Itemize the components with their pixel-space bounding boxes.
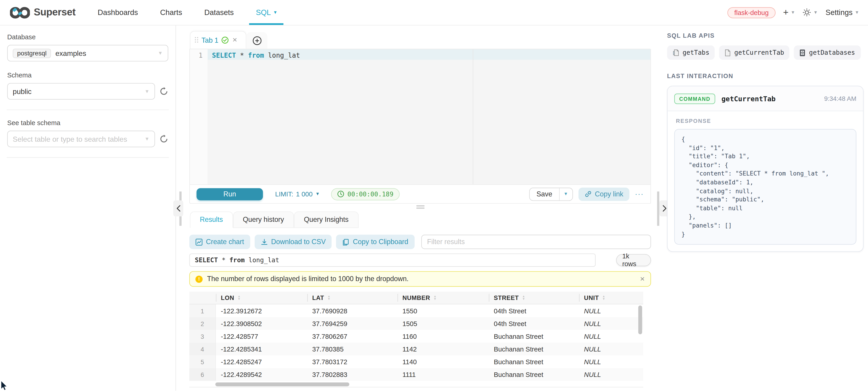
warning-icon: !: [195, 275, 203, 283]
sidebar-divider: [7, 157, 169, 158]
table-schema-label: See table schema: [7, 119, 168, 127]
table-row[interactable]: 2 -122.3908502 37.7694259 1505 04th Stre…: [189, 317, 643, 330]
main-menu: Dashboards Charts Datasets SQL ▼: [98, 0, 278, 25]
get-tabs-button[interactable]: getTabs: [667, 45, 715, 60]
download-csv-button[interactable]: Download to CSV: [255, 235, 332, 249]
nav-datasets[interactable]: Datasets: [204, 8, 234, 17]
table-row[interactable]: 6 -122.4289542 37.7802883 1111 Buchanan …: [189, 368, 643, 381]
vertical-scrollbar-thumb[interactable]: [638, 305, 642, 334]
database-label: Database: [7, 33, 168, 41]
close-icon[interactable]: ✕: [232, 37, 237, 44]
get-databases-button[interactable]: getDatabases: [794, 45, 861, 60]
column-header-unit[interactable]: UNIT▲▼: [579, 292, 643, 304]
collapse-sidebar-button[interactable]: [173, 200, 183, 217]
mouse-cursor: [0, 381, 8, 391]
row-number-header: [189, 292, 216, 304]
top-navbar: Superset Dashboards Charts Datasets SQL …: [0, 0, 868, 26]
schema-select[interactable]: public ▼: [7, 83, 155, 100]
sql-editor-main: Tab 1 ✕ 1: [176, 26, 667, 391]
copy-icon: [342, 238, 349, 246]
api-buttons: getTabs getCurrentTab: [667, 45, 868, 60]
editor-tab-bar: Tab 1 ✕: [190, 31, 267, 49]
tab-query-insights[interactable]: Query Insights: [294, 211, 359, 228]
scrollbar-thumb[interactable]: [215, 382, 349, 386]
copy-to-clipboard-button[interactable]: Copy to Clipboard: [336, 235, 414, 249]
sql-lab-sidebar: Database postgresql examples ▼ Schema pu…: [0, 26, 176, 391]
column-header-lat[interactable]: LAT▲▼: [307, 292, 397, 304]
sun-icon: [803, 8, 811, 17]
sql-lab-screen: Superset Dashboards Charts Datasets SQL …: [0, 0, 868, 391]
pages-icon: [673, 49, 679, 56]
table-row[interactable]: 4 -122.4285341 37.780385 1142 Buchanan S…: [189, 343, 643, 355]
theme-toggle[interactable]: ▼: [803, 8, 818, 17]
nav-sql[interactable]: SQL ▼: [256, 0, 278, 25]
close-icon[interactable]: ✕: [640, 275, 645, 283]
save-options-button[interactable]: ▼: [559, 188, 572, 200]
sort-icon[interactable]: ▲▼: [602, 295, 605, 300]
last-interaction-header: LAST INTERACTION: [667, 72, 868, 79]
panel-scrollbar-thumb[interactable]: [657, 191, 659, 226]
sort-icon[interactable]: ▲▼: [238, 295, 241, 300]
line-number: 1: [190, 49, 208, 60]
nav-dashboards[interactable]: Dashboards: [98, 8, 138, 17]
limit-value: 1 000: [296, 190, 312, 198]
copy-link-button[interactable]: Copy link: [578, 187, 629, 201]
chevron-down-icon: ▼: [158, 51, 163, 56]
database-select[interactable]: postgresql examples ▼: [7, 45, 168, 61]
download-icon: [261, 238, 268, 246]
table-row[interactable]: 3 -122.428577 37.7806267 1160 Buchanan S…: [189, 330, 643, 343]
interaction-card-body: RESPONSE { "id": "1", "title": "Tab 1", …: [668, 111, 863, 251]
save-button[interactable]: Save: [530, 188, 559, 200]
code-editor[interactable]: 1 SELECT * from long_lat: [190, 49, 650, 185]
nav-charts[interactable]: Charts: [160, 8, 182, 17]
brand-name: Superset: [34, 7, 75, 18]
query-timer: 00:00:00.189: [331, 188, 400, 200]
run-button[interactable]: Run: [196, 188, 263, 200]
tab-query-history[interactable]: Query history: [233, 211, 294, 228]
sort-icon[interactable]: ▲▼: [522, 295, 525, 300]
column-header-lon[interactable]: LON▲▼: [216, 292, 307, 304]
superset-logo[interactable]: Superset: [10, 6, 75, 19]
sort-icon[interactable]: ▲▼: [328, 295, 331, 300]
get-current-tab-button[interactable]: getCurrentTab: [719, 45, 789, 60]
command-timestamp: 9:34:48 AM: [824, 95, 857, 102]
link-icon: [584, 191, 592, 198]
tab-results[interactable]: Results: [190, 211, 233, 228]
row-count-badge: 1k rows: [616, 254, 651, 266]
horizontal-scrollbar[interactable]: [189, 382, 643, 387]
interaction-card-header: COMMAND getCurrentTab 9:34:48 AM: [668, 86, 863, 111]
tab-title: Tab 1: [202, 36, 218, 44]
chevron-down-icon: ▼: [145, 89, 149, 94]
sidebar-divider: [7, 110, 169, 110]
more-options-button[interactable]: ···: [635, 190, 644, 198]
caret-down-icon: ▼: [315, 191, 320, 196]
new-item-menu[interactable]: + ▼: [783, 8, 795, 17]
chevron-right-icon: [662, 205, 667, 212]
settings-menu[interactable]: Settings ▼: [826, 8, 859, 17]
filter-results-input[interactable]: [421, 235, 651, 249]
chevron-left-icon: [176, 205, 181, 212]
create-chart-button[interactable]: Create chart: [189, 235, 250, 249]
pane-resize-handle[interactable]: [416, 205, 425, 210]
table-row[interactable]: 5 -122.4285247 37.7803172 1140 Buchanan …: [189, 355, 643, 368]
response-json: { "id": "1", "title": "Tab 1", "editor":…: [682, 135, 849, 239]
column-header-number[interactable]: NUMBER▲▼: [397, 292, 489, 304]
plus-icon: +: [783, 8, 788, 17]
results-table: LON▲▼ LAT▲▼ NUMBER▲▼ STREET▲▼ UNIT▲▼ 1 -…: [189, 292, 643, 388]
editor-tab[interactable]: Tab 1 ✕: [190, 31, 246, 49]
add-tab-button[interactable]: [246, 32, 268, 48]
schema-label: Schema: [7, 71, 168, 79]
table-row[interactable]: 1 -122.3912672 37.7690928 1550 04th Stre…: [189, 304, 643, 317]
limit-dropdown[interactable]: LIMIT: 1 000 ▼: [275, 190, 320, 198]
alert-message: The number of rows displayed is limited …: [207, 275, 409, 283]
refresh-icon[interactable]: [159, 134, 168, 143]
print-margin-line: [473, 49, 473, 185]
chevron-down-icon: ▼: [813, 10, 818, 15]
table-select[interactable]: Select table or type to search tables ▼: [7, 131, 155, 147]
chevron-down-icon: ▼: [791, 10, 795, 15]
drag-handle-icon[interactable]: [195, 37, 199, 43]
chevron-down-icon: ▼: [273, 10, 277, 15]
column-header-street[interactable]: STREET▲▼: [489, 292, 579, 304]
sort-icon[interactable]: ▲▼: [434, 295, 436, 300]
refresh-icon[interactable]: [159, 87, 168, 96]
